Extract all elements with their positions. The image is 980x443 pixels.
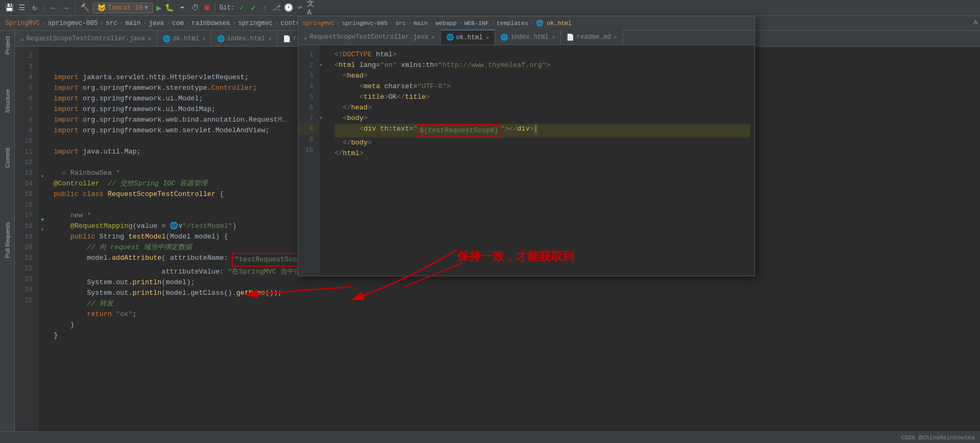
debug-icon[interactable]: 🐛: [165, 3, 174, 13]
tab-close-indexhtml[interactable]: ✕: [269, 36, 272, 42]
obc-main[interactable]: main: [414, 20, 428, 27]
build-icon[interactable]: 🔨: [80, 3, 89, 13]
fold3[interactable]: ▼: [320, 113, 330, 124]
ohtml-icon2: 🌐: [500, 33, 508, 41]
bc-java[interactable]: java: [149, 20, 164, 27]
md-file-icon: 📄: [283, 35, 291, 43]
tab-close-okhtml[interactable]: ✕: [203, 36, 206, 42]
obc-templates[interactable]: templates: [497, 20, 528, 27]
tomcat-label: Tomcat 10: [108, 4, 143, 12]
otab-close-readme[interactable]: ✕: [614, 34, 617, 40]
ohtml-icon: 🌐: [446, 33, 454, 41]
obc-springmvc[interactable]: SpringMVC: [303, 20, 334, 27]
tab-label-okhtml: ok.html: [173, 35, 199, 42]
otab-label-requestscope: RequestScopeTestController.java: [309, 33, 428, 41]
run-button[interactable]: ▶: [156, 3, 162, 13]
commit-panel-label[interactable]: Commit: [4, 148, 11, 168]
code-line-26: return "ok";: [54, 309, 980, 320]
code-line-24: System.out.println(model.getClass().getN…: [54, 288, 980, 299]
project-panel-label[interactable]: Project: [4, 36, 11, 54]
bc-project[interactable]: springmvc-005: [48, 20, 98, 27]
otab-readme[interactable]: 📄 readme.md ✕: [561, 30, 623, 45]
tomcat-icon: 🐱: [97, 4, 106, 12]
menu-icon[interactable]: ☰: [17, 3, 27, 13]
obc-okhtml[interactable]: 🌐 ok.html: [536, 20, 572, 27]
git-update-icon[interactable]: ✓: [237, 3, 246, 13]
git-branch-icon[interactable]: ⎇: [272, 3, 281, 13]
git-label: Git:: [220, 4, 235, 12]
overlay-line-numbers: 1 2 3 4 5 6 7 8 9 10: [298, 45, 320, 276]
fold-arrow-14[interactable]: ▼: [41, 174, 44, 180]
refresh-icon[interactable]: ↻: [30, 3, 39, 13]
git-check-icon[interactable]: ✔: [248, 3, 258, 13]
profile-icon[interactable]: ⏱: [190, 3, 200, 13]
translate-icon[interactable]: 文A: [307, 3, 316, 13]
overlay-code-content[interactable]: <!DOCTYPE html> <html lang="en" xmlns:th…: [330, 45, 755, 276]
separator2: [75, 3, 76, 13]
fold-arrow-18[interactable]: ▼: [41, 227, 44, 233]
oline-8: <div th:text="${testRequestScope}" ></di…: [334, 124, 750, 138]
tab-okhtml[interactable]: 🌐 ok.html ✕: [157, 31, 212, 46]
code-line-28: }: [54, 330, 980, 341]
structure-panel-label[interactable]: Structure: [4, 89, 11, 113]
bc-main[interactable]: main: [125, 20, 141, 27]
omd-icon: 📄: [566, 33, 574, 41]
left-panels: Project Structure Commit Pull Requests: [0, 31, 15, 442]
bc-springmvc[interactable]: SpringMVC: [5, 20, 40, 27]
otab-close-requestscope[interactable]: ✕: [431, 34, 434, 40]
java-file-icon: ☕: [20, 35, 24, 43]
otab-label-readme: readme.md: [576, 33, 611, 41]
separator3: [215, 3, 215, 13]
tab-indexhtml[interactable]: 🌐 index.html ✕: [212, 31, 278, 46]
bc-springmvc2[interactable]: springmvc: [238, 20, 273, 27]
oline-3: <head>: [334, 71, 750, 81]
otab-requestscope[interactable]: ☕ RequestScopeTestController.java ✕: [298, 30, 441, 45]
tab-close-requestscope[interactable]: ✕: [148, 36, 151, 42]
otab-okhtml[interactable]: 🌐 ok.html ✕: [441, 30, 495, 45]
revert-icon[interactable]: ↶: [295, 3, 305, 13]
gutter: ▼ ● ▼: [39, 47, 49, 442]
forward-icon[interactable]: →: [61, 3, 71, 13]
oline-7: <body>: [334, 113, 750, 124]
back-icon[interactable]: ←: [48, 3, 58, 13]
warning-icon[interactable]: ⚠: [974, 17, 978, 26]
oline-9: </body>: [334, 138, 750, 148]
otab-indexhtml[interactable]: 🌐 index.html ✕: [495, 30, 561, 45]
bc-rainbowsea[interactable]: rainbowsea: [192, 20, 230, 27]
oline-6: </head>: [334, 103, 750, 113]
git-area: Git: ✓ ✔ ↑ ⎇ 🕐 ↶ 文A: [220, 3, 317, 13]
separator1: [44, 3, 44, 13]
overlay-breadcrumb: SpringMVC › springmvc-005 › src › main ›…: [298, 16, 755, 30]
bc-com[interactable]: com: [172, 20, 184, 27]
tab-label-indexhtml: index.html: [227, 35, 265, 42]
sep1: ›: [42, 20, 46, 27]
stop-button[interactable]: ⏹: [203, 4, 211, 12]
pull-requests-label[interactable]: Pull Requests: [4, 222, 11, 258]
fold2[interactable]: ▼: [320, 60, 330, 71]
tomcat-badge[interactable]: 🐱 Tomcat 10 ▼: [93, 3, 153, 13]
toolbar: 💾 ☰ ↻ ← → 🔨 🐱 Tomcat 10 ▼ ▶ 🐛 ☂ ⏱ ⏹ Git:…: [0, 0, 980, 16]
oline-5: <title>OK</title>: [334, 92, 750, 103]
otab-close-okhtml[interactable]: ✕: [486, 35, 489, 41]
obc-webinf[interactable]: WEB-INF: [464, 20, 489, 27]
status-text: CSDN @ChinaRainbowSea: [901, 435, 975, 441]
otab-close-indexhtml[interactable]: ✕: [552, 34, 555, 40]
dropdown-icon: ▼: [145, 4, 148, 12]
otab-label-okhtml: ok.html: [456, 34, 483, 41]
line-numbers: 2 3 4 5 6 7 8 9 10 11 12 13 14 15 16 17 …: [15, 47, 39, 442]
history-icon[interactable]: 🕐: [283, 3, 293, 13]
tab-requestscope[interactable]: ☕ RequestScopeTestController.java ✕: [15, 31, 157, 46]
code-line-25: // 转发: [54, 299, 980, 309]
gutter-icon-18: ●: [41, 217, 44, 223]
html-file-icon2: 🌐: [217, 35, 225, 43]
save-icon[interactable]: 💾: [4, 3, 14, 13]
overlay-code: 1 2 3 4 5 6 7 8 9 10 ▼ ▼ <!DOCTYPE html>: [298, 45, 755, 276]
obc-src[interactable]: src: [395, 20, 406, 27]
git-push-icon[interactable]: ↑: [260, 3, 270, 13]
bc-src[interactable]: src: [106, 20, 118, 27]
overlay-tabs: ☕ RequestScopeTestController.java ✕ 🌐 ok…: [298, 30, 755, 45]
obc-project[interactable]: springmvc-005: [342, 20, 388, 27]
obc-webapp[interactable]: webapp: [435, 20, 457, 27]
html-file-icon: 🌐: [163, 35, 171, 43]
coverage-icon[interactable]: ☂: [178, 3, 187, 13]
